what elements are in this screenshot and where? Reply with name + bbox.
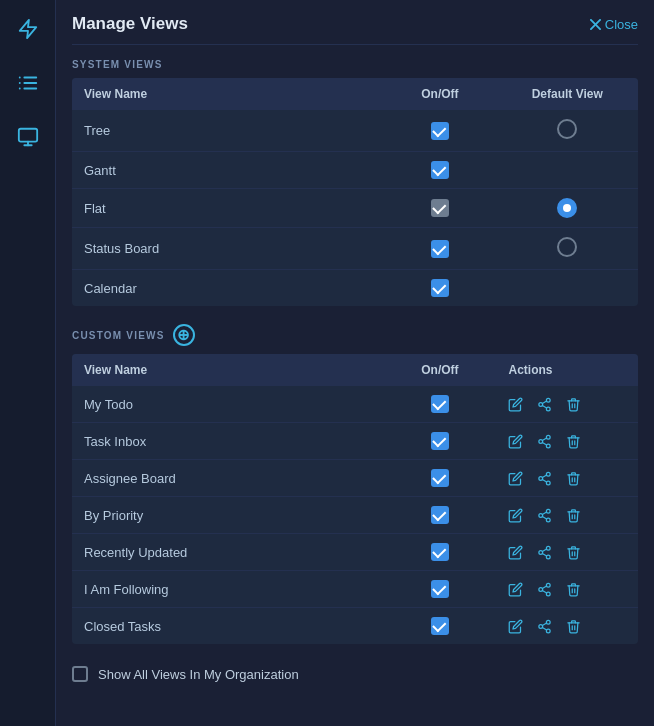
edit-icon[interactable] [508,545,523,560]
share-icon[interactable] [537,397,552,412]
table-row: I Am Following [72,571,638,608]
actions-cell [496,497,638,534]
delete-icon[interactable] [566,397,581,412]
checkbox-gantt[interactable] [431,161,449,179]
actions-cell [496,460,638,497]
table-row: By Priority [72,497,638,534]
svg-line-31 [543,512,547,514]
share-icon[interactable] [537,508,552,523]
checkbox-my-todo[interactable] [431,395,449,413]
actions-cell [496,608,638,645]
close-label: Close [605,17,638,32]
checkbox-calendar[interactable] [431,279,449,297]
sidebar [0,0,56,726]
view-name-cell: Task Inbox [72,423,383,460]
edit-icon[interactable] [508,619,523,634]
content-area: SYSTEM VIEWS View Name On/Off Default Vi… [72,59,638,710]
screen-icon[interactable] [11,120,45,154]
delete-icon[interactable] [566,508,581,523]
svg-line-36 [543,549,547,551]
view-name-cell: Recently Updated [72,534,383,571]
default-cell [496,228,638,270]
onoff-cell [383,534,496,571]
view-name-cell: Calendar [72,270,383,307]
svg-rect-7 [18,129,36,142]
main-panel: Manage Views Close SYSTEM VIEWS View Nam… [56,0,654,726]
view-name-cell: Status Board [72,228,383,270]
checkbox-assignee-board[interactable] [431,469,449,487]
share-icon[interactable] [537,434,552,449]
checkbox-flat[interactable] [431,199,449,217]
radio-flat[interactable] [557,198,577,218]
table-row: Tree [72,110,638,152]
svg-marker-0 [19,20,36,38]
col-header-default-view: Default View [496,78,638,110]
show-all-views-label: Show All Views In My Organization [98,667,299,682]
custom-views-table: View Name On/Off Actions My Todo [72,354,638,644]
checkbox-by-priority[interactable] [431,506,449,524]
delete-icon[interactable] [566,471,581,486]
table-row: Flat [72,189,638,228]
checkbox-closed-tasks[interactable] [431,617,449,635]
default-cell [496,270,638,307]
footer-row: Show All Views In My Organization [72,662,638,682]
onoff-cell [383,571,496,608]
edit-icon[interactable] [508,508,523,523]
delete-icon[interactable] [566,619,581,634]
actions-cell [496,386,638,423]
table-row: Assignee Board [72,460,638,497]
delete-icon[interactable] [566,545,581,560]
system-views-header-row: View Name On/Off Default View [72,78,638,110]
onoff-cell [383,423,496,460]
close-button[interactable]: Close [590,17,638,32]
default-cell [496,189,638,228]
radio-tree[interactable] [557,119,577,139]
view-name-cell: Flat [72,189,383,228]
col-header-on-off: On/Off [383,78,496,110]
system-views-table: View Name On/Off Default View Tree [72,78,638,306]
onoff-cell [383,608,496,645]
header: Manage Views Close [72,0,638,45]
onoff-cell [383,110,496,152]
onoff-cell [383,228,496,270]
custom-views-header-row: View Name On/Off Actions [72,354,638,386]
table-row: My Todo [72,386,638,423]
checkbox-tree[interactable] [431,122,449,140]
col-header-actions: Actions [496,354,638,386]
custom-views-header: CUSTOM VIEWS ⊕ [72,324,638,346]
delete-icon[interactable] [566,434,581,449]
checkbox-task-inbox[interactable] [431,432,449,450]
edit-icon[interactable] [508,397,523,412]
table-row: Calendar [72,270,638,307]
edit-icon[interactable] [508,434,523,449]
share-icon[interactable] [537,471,552,486]
checkbox-recently-updated[interactable] [431,543,449,561]
view-name-cell: My Todo [72,386,383,423]
onoff-cell [383,386,496,423]
share-icon[interactable] [537,619,552,634]
onoff-cell [383,152,496,189]
edit-icon[interactable] [508,582,523,597]
onoff-cell [383,460,496,497]
edit-icon[interactable] [508,471,523,486]
share-icon[interactable] [537,582,552,597]
view-name-cell: Tree [72,110,383,152]
share-icon[interactable] [537,545,552,560]
svg-line-20 [543,442,547,444]
svg-line-46 [543,623,547,625]
bolt-icon[interactable] [11,12,45,46]
add-custom-view-button[interactable]: ⊕ [173,324,195,346]
svg-line-15 [543,405,547,407]
default-cell [496,110,638,152]
delete-icon[interactable] [566,582,581,597]
checkbox-i-am-following[interactable] [431,580,449,598]
view-name-cell: Closed Tasks [72,608,383,645]
onoff-cell [383,270,496,307]
svg-line-45 [543,627,547,629]
radio-status-board[interactable] [557,237,577,257]
table-row: Gantt [72,152,638,189]
checkbox-status-board[interactable] [431,240,449,258]
show-all-views-checkbox[interactable] [72,666,88,682]
col-header-view-name: View Name [72,78,383,110]
list-icon[interactable] [11,66,45,100]
